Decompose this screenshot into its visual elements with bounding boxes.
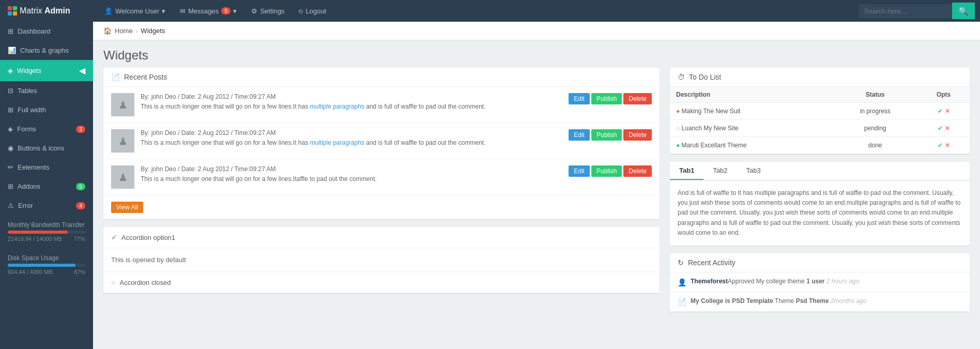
error-badge: 4 <box>76 202 85 209</box>
post-link[interactable]: multiple paragraphs <box>310 139 364 146</box>
edit-button[interactable]: Edit <box>569 165 590 177</box>
accordion-body-1: This is opened by default <box>103 248 660 271</box>
edit-button[interactable]: Edit <box>569 129 590 141</box>
post-link[interactable]: multiple paragraphs <box>310 103 364 110</box>
addons-badge: 5 <box>76 183 85 190</box>
delete-button[interactable]: Delete <box>623 129 652 141</box>
tab-tab2[interactable]: Tab2 <box>703 162 737 180</box>
sidebar-item-addons[interactable]: ⊞ Addons 5 <box>0 177 93 196</box>
accordion-header-2[interactable]: ○ Accordion closed <box>103 272 660 293</box>
tabs-widget: Tab1 Tab2 Tab3 And is full of waffle to … <box>670 162 970 246</box>
todo-table: Description Status Opts ● Making The New… <box>670 87 970 154</box>
nav-settings[interactable]: ⚙ Settings <box>245 0 290 22</box>
error-icon: ⚠ <box>8 202 14 209</box>
accordion-check-icon: ✔ <box>111 233 117 241</box>
main-content: 🏠 Home › Widgets Widgets 📄 Recent Posts <box>93 22 980 349</box>
sidebar-item-fullwidth[interactable]: ⊞ Full width <box>0 100 93 119</box>
sidebar-item-dashboard[interactable]: ⊞ Dashboard <box>0 22 93 41</box>
tables-icon: ⊟ <box>8 87 13 95</box>
disk-fill <box>8 264 75 267</box>
todo-check-button[interactable]: ✔ <box>938 125 943 132</box>
sidebar-item-widgets[interactable]: ◈ Widgets ◀ <box>0 60 93 81</box>
post-item: ♟ By: john Deo / Date: 2 Aug 2012 / Time… <box>103 123 660 159</box>
sidebar-item-charts[interactable]: 📊 Charts & graphs <box>0 41 93 60</box>
todo-delete-button[interactable]: ✕ <box>945 108 950 115</box>
tab-tab3[interactable]: Tab3 <box>737 162 770 180</box>
nav-logout[interactable]: ⎋ Logout <box>293 0 332 22</box>
sidebar-item-label: Forms <box>17 125 36 133</box>
sidebar-item-tables[interactable]: ⊟ Tables <box>0 81 93 100</box>
sidebar-item-label: Eelements <box>18 163 49 171</box>
search-input[interactable] <box>859 4 952 18</box>
todo-opts: ✔ ✕ <box>917 120 970 137</box>
sidebar-item-elements[interactable]: ✏ Eelements <box>0 158 93 177</box>
todo-col-opts: Opts <box>917 87 970 103</box>
widgets-icon: ◈ <box>8 67 13 74</box>
user-icon: 👤 <box>104 7 113 15</box>
publish-button[interactable]: Publish <box>591 129 622 141</box>
post-meta: By: john Deo / Date: 2 Aug 2012 / Time:0… <box>141 93 562 100</box>
view-all-button[interactable]: View All <box>111 202 143 213</box>
post-text: This is a much longer one that will go o… <box>141 175 562 184</box>
post-content: By: john Deo / Date: 2 Aug 2012 / Time:0… <box>141 165 562 184</box>
breadcrumb-sep: › <box>136 28 138 34</box>
recent-posts-widget: 📄 Recent Posts ♟ By: john Deo / Date: 2 … <box>103 68 660 219</box>
tab-tab1[interactable]: Tab1 <box>670 162 703 180</box>
todo-icon: ● <box>676 142 680 149</box>
breadcrumb-home[interactable]: Home <box>115 27 133 35</box>
nav-messages[interactable]: ✉ Messages 5 ▾ <box>174 0 243 22</box>
todo-desc: ○ Luanch My New Site <box>670 120 833 137</box>
recent-posts-title: Recent Posts <box>124 73 167 81</box>
activity-title: Recent Activity <box>688 259 736 267</box>
bandwidth-percent: 77% <box>74 236 85 242</box>
todo-opts: ✔ ✕ <box>917 103 970 120</box>
post-item: ♟ By: john Deo / Date: 2 Aug 2012 / Time… <box>103 159 660 195</box>
todo-opts: ✔ ✕ <box>917 137 970 154</box>
chart-icon: 📊 <box>8 47 16 54</box>
sidebar-item-buttons[interactable]: ◉ Buttons & icons <box>0 139 93 158</box>
accordion-circle-icon: ○ <box>111 278 115 286</box>
page-title: Widgets <box>103 48 970 63</box>
post-avatar: ♟ <box>111 129 134 153</box>
disk-current: 604.44 / 4000 MB <box>8 269 53 275</box>
addons-icon: ⊞ <box>8 183 13 190</box>
activity-text: My College is PSD Template Theme Psd The… <box>691 297 866 305</box>
sidebar-item-label: Full width <box>18 106 46 114</box>
todo-check-button[interactable]: ✔ <box>938 108 943 115</box>
todo-icon: ● <box>676 108 680 115</box>
bandwidth-label: Monthly Bandwidth Transfer <box>8 221 85 229</box>
delete-button[interactable]: Delete <box>623 93 652 104</box>
publish-button[interactable]: Publish <box>591 93 622 104</box>
todo-delete-button[interactable]: ✕ <box>945 142 950 149</box>
breadcrumb-current: Widgets <box>141 27 165 35</box>
accordion-header-1[interactable]: ✔ Accordion option1 <box>103 227 660 248</box>
breadcrumb: 🏠 Home › Widgets <box>93 22 980 40</box>
tabs-header: Tab1 Tab2 Tab3 <box>670 162 970 180</box>
post-avatar: ♟ <box>111 165 134 189</box>
logo: Matrix Admin <box>0 0 93 22</box>
sidebar-item-label: Addons <box>18 183 40 190</box>
activity-widget: ↻ Recent Activity 👤 ThemeforestApproved … <box>670 253 970 312</box>
edit-button[interactable]: Edit <box>569 93 590 104</box>
doc-icon: 📄 <box>111 73 120 81</box>
delete-button[interactable]: Delete <box>623 165 652 177</box>
mail-icon: ✉ <box>180 7 186 15</box>
messages-dropdown-icon: ▾ <box>233 7 237 15</box>
search-button[interactable]: 🔍 <box>952 3 975 19</box>
sidebar-item-label: Error <box>18 202 33 209</box>
bandwidth-current: 21419.94 / 14000 MB <box>8 236 62 242</box>
publish-button[interactable]: Publish <box>591 165 622 177</box>
disk-percent: 87% <box>74 269 85 275</box>
sidebar-item-label: Widgets <box>17 67 41 74</box>
todo-row: ● Maruti Excellant Theme done ✔ ✕ <box>670 137 970 154</box>
sidebar-item-forms[interactable]: ◈ Forms 3 <box>0 119 93 139</box>
todo-delete-button[interactable]: ✕ <box>945 125 950 132</box>
user-activity-icon: 👤 <box>678 278 686 286</box>
activity-link[interactable]: Themeforest <box>691 278 728 285</box>
todo-col-desc: Description <box>670 87 833 103</box>
accordion-title-1: Accordion option1 <box>121 234 175 241</box>
todo-desc: ● Making The New Suit <box>670 103 833 120</box>
todo-check-button[interactable]: ✔ <box>938 142 943 149</box>
nav-user[interactable]: 👤 Welcome User ▾ <box>98 0 172 22</box>
sidebar-item-error[interactable]: ⚠ Error 4 <box>0 196 93 215</box>
